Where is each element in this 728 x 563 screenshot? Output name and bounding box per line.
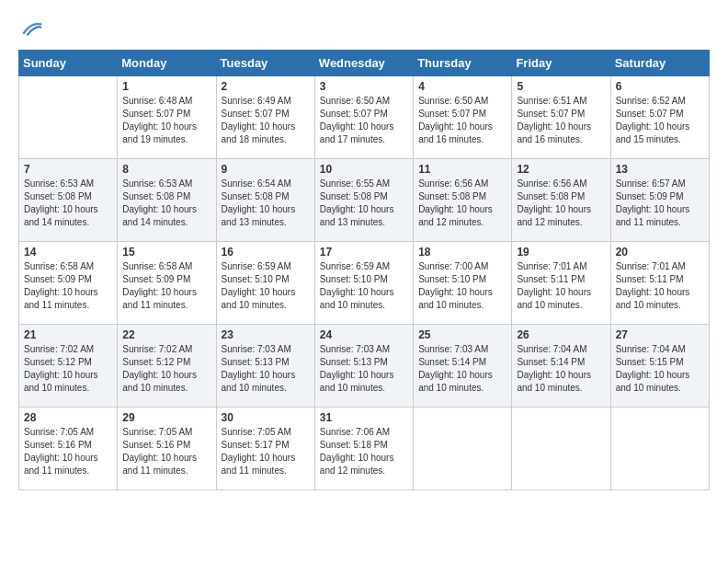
day-cell: 4Sunrise: 6:50 AM Sunset: 5:07 PM Daylig… [414,76,512,159]
day-number: 12 [517,163,605,176]
day-number: 28 [24,411,112,424]
day-cell [610,408,709,490]
day-cell: 11Sunrise: 6:56 AM Sunset: 5:08 PM Dayli… [414,159,512,242]
day-cell: 24Sunrise: 7:03 AM Sunset: 5:13 PM Dayli… [314,325,413,408]
day-number: 27 [616,328,704,341]
day-number: 22 [122,328,210,341]
header-friday: Friday [512,51,610,76]
day-number: 6 [616,80,704,93]
day-info: Sunrise: 7:03 AM Sunset: 5:13 PM Dayligh… [320,343,408,395]
day-number: 18 [418,246,506,259]
day-cell: 23Sunrise: 7:03 AM Sunset: 5:13 PM Dayli… [216,325,314,408]
header-row: SundayMondayTuesdayWednesdayThursdayFrid… [19,51,710,76]
header-monday: Monday [118,51,216,76]
day-info: Sunrise: 6:52 AM Sunset: 5:07 PM Dayligh… [616,95,704,146]
day-info: Sunrise: 7:00 AM Sunset: 5:10 PM Dayligh… [418,260,506,312]
day-info: Sunrise: 6:48 AM Sunset: 5:07 PM Dayligh… [122,95,210,146]
header-thursday: Thursday [414,51,512,76]
day-number: 30 [222,411,310,424]
day-info: Sunrise: 6:58 AM Sunset: 5:09 PM Dayligh… [24,260,112,312]
day-cell: 18Sunrise: 7:00 AM Sunset: 5:10 PM Dayli… [414,242,512,325]
header-tuesday: Tuesday [216,51,314,76]
day-number: 24 [320,328,408,341]
day-number: 31 [320,411,408,424]
week-row-5: 28Sunrise: 7:05 AM Sunset: 5:16 PM Dayli… [19,408,710,490]
day-info: Sunrise: 6:53 AM Sunset: 5:08 PM Dayligh… [24,178,112,229]
day-info: Sunrise: 7:02 AM Sunset: 5:12 PM Dayligh… [122,343,210,395]
week-row-2: 7Sunrise: 6:53 AM Sunset: 5:08 PM Daylig… [19,159,710,242]
day-cell: 9Sunrise: 6:54 AM Sunset: 5:08 PM Daylig… [216,159,314,242]
header-wednesday: Wednesday [314,51,413,76]
day-cell [19,76,118,159]
day-number: 2 [222,80,310,93]
day-cell: 28Sunrise: 7:05 AM Sunset: 5:16 PM Dayli… [19,408,118,490]
day-cell: 13Sunrise: 6:57 AM Sunset: 5:09 PM Dayli… [610,159,709,242]
logo-icon [20,18,42,40]
day-info: Sunrise: 6:56 AM Sunset: 5:08 PM Dayligh… [517,178,605,229]
day-number: 10 [320,163,408,176]
day-info: Sunrise: 6:59 AM Sunset: 5:10 PM Dayligh… [320,260,408,312]
day-number: 15 [122,246,210,259]
day-cell: 21Sunrise: 7:02 AM Sunset: 5:12 PM Dayli… [19,325,118,408]
day-cell: 29Sunrise: 7:05 AM Sunset: 5:16 PM Dayli… [118,408,216,490]
day-number: 5 [517,80,605,93]
day-info: Sunrise: 7:05 AM Sunset: 5:16 PM Dayligh… [24,426,112,477]
day-info: Sunrise: 6:51 AM Sunset: 5:07 PM Dayligh… [517,95,605,146]
day-cell: 5Sunrise: 6:51 AM Sunset: 5:07 PM Daylig… [512,76,610,159]
day-number: 1 [122,80,210,93]
day-cell: 30Sunrise: 7:05 AM Sunset: 5:17 PM Dayli… [216,408,314,490]
day-number: 20 [616,246,704,259]
day-number: 13 [616,163,704,176]
day-cell: 1Sunrise: 6:48 AM Sunset: 5:07 PM Daylig… [118,76,216,159]
page-header [18,18,710,40]
day-cell: 2Sunrise: 6:49 AM Sunset: 5:07 PM Daylig… [216,76,314,159]
day-info: Sunrise: 6:55 AM Sunset: 5:08 PM Dayligh… [320,178,408,229]
day-info: Sunrise: 6:56 AM Sunset: 5:08 PM Dayligh… [418,178,506,229]
day-cell: 3Sunrise: 6:50 AM Sunset: 5:07 PM Daylig… [314,76,413,159]
week-row-1: 1Sunrise: 6:48 AM Sunset: 5:07 PM Daylig… [19,76,710,159]
day-info: Sunrise: 6:49 AM Sunset: 5:07 PM Dayligh… [222,95,310,146]
day-cell [512,408,610,490]
day-number: 11 [418,163,506,176]
day-info: Sunrise: 6:50 AM Sunset: 5:07 PM Dayligh… [320,95,408,146]
day-number: 7 [24,163,112,176]
day-number: 14 [24,246,112,259]
day-cell: 7Sunrise: 6:53 AM Sunset: 5:08 PM Daylig… [19,159,118,242]
day-number: 25 [418,328,506,341]
day-cell: 6Sunrise: 6:52 AM Sunset: 5:07 PM Daylig… [610,76,709,159]
day-cell: 31Sunrise: 7:06 AM Sunset: 5:18 PM Dayli… [314,408,413,490]
day-cell: 12Sunrise: 6:56 AM Sunset: 5:08 PM Dayli… [512,159,610,242]
day-cell: 15Sunrise: 6:58 AM Sunset: 5:09 PM Dayli… [118,242,216,325]
day-number: 17 [320,246,408,259]
day-cell: 26Sunrise: 7:04 AM Sunset: 5:14 PM Dayli… [512,325,610,408]
header-saturday: Saturday [610,51,709,76]
day-info: Sunrise: 7:04 AM Sunset: 5:14 PM Dayligh… [517,343,605,395]
day-info: Sunrise: 7:01 AM Sunset: 5:11 PM Dayligh… [616,260,704,312]
day-info: Sunrise: 6:59 AM Sunset: 5:10 PM Dayligh… [222,260,310,312]
week-row-4: 21Sunrise: 7:02 AM Sunset: 5:12 PM Dayli… [19,325,710,408]
day-cell: 25Sunrise: 7:03 AM Sunset: 5:14 PM Dayli… [414,325,512,408]
day-number: 16 [222,246,310,259]
day-number: 26 [517,328,605,341]
day-info: Sunrise: 7:01 AM Sunset: 5:11 PM Dayligh… [517,260,605,312]
day-info: Sunrise: 7:06 AM Sunset: 5:18 PM Dayligh… [320,426,408,477]
day-cell: 14Sunrise: 6:58 AM Sunset: 5:09 PM Dayli… [19,242,118,325]
day-number: 3 [320,80,408,93]
day-info: Sunrise: 7:03 AM Sunset: 5:13 PM Dayligh… [222,343,310,395]
day-cell: 10Sunrise: 6:55 AM Sunset: 5:08 PM Dayli… [314,159,413,242]
week-row-3: 14Sunrise: 6:58 AM Sunset: 5:09 PM Dayli… [19,242,710,325]
day-number: 29 [122,411,210,424]
day-info: Sunrise: 7:04 AM Sunset: 5:15 PM Dayligh… [616,343,704,395]
calendar-table: SundayMondayTuesdayWednesdayThursdayFrid… [18,50,710,490]
day-info: Sunrise: 6:53 AM Sunset: 5:08 PM Dayligh… [122,178,210,229]
day-info: Sunrise: 7:02 AM Sunset: 5:12 PM Dayligh… [24,343,112,395]
day-cell: 22Sunrise: 7:02 AM Sunset: 5:12 PM Dayli… [118,325,216,408]
day-cell: 16Sunrise: 6:59 AM Sunset: 5:10 PM Dayli… [216,242,314,325]
logo [18,18,42,40]
day-number: 8 [122,163,210,176]
day-info: Sunrise: 7:05 AM Sunset: 5:17 PM Dayligh… [222,426,310,477]
day-number: 19 [517,246,605,259]
day-number: 9 [222,163,310,176]
day-cell: 27Sunrise: 7:04 AM Sunset: 5:15 PM Dayli… [610,325,709,408]
day-info: Sunrise: 6:54 AM Sunset: 5:08 PM Dayligh… [222,178,310,229]
